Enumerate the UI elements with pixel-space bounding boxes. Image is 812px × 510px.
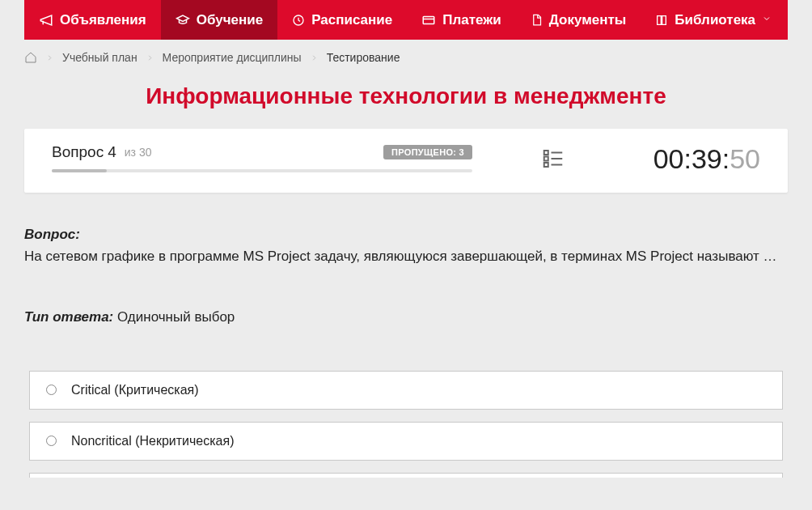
answer-text: Critical (Критическая) — [71, 383, 199, 397]
svg-rect-4 — [544, 163, 548, 167]
crumb-study-plan[interactable]: Учебный план — [62, 51, 137, 64]
question-label: Вопрос: — [24, 227, 80, 242]
document-icon — [531, 14, 543, 26]
answer-text: Noncritical (Некритическая) — [71, 434, 235, 448]
nav-item-announcements[interactable]: Объявления — [24, 0, 161, 40]
chevron-right-icon — [310, 53, 319, 62]
question-list-icon[interactable] — [541, 147, 565, 171]
home-icon[interactable] — [24, 51, 37, 64]
chevron-right-icon — [146, 53, 154, 62]
svg-rect-1 — [423, 16, 434, 23]
graduation-cap-icon — [176, 13, 190, 28]
page-title: Информационные технологии в менеджменте — [0, 75, 812, 129]
nav-item-payments[interactable]: Платежи — [407, 0, 516, 40]
question-body: Вопрос: На сетевом графике в программе M… — [0, 193, 812, 325]
book-icon — [655, 14, 668, 27]
nav-item-label: Платежи — [442, 12, 501, 28]
skipped-badge: ПРОПУЩЕНО: 3 — [383, 145, 472, 159]
breadcrumb: Учебный план Мероприятие дисциплины Тест… — [0, 40, 812, 75]
nav-item-label: Объявления — [60, 12, 146, 28]
nav-item-learning[interactable]: Обучение — [161, 0, 277, 40]
crumb-discipline-event[interactable]: Мероприятие дисциплины — [163, 51, 302, 64]
answer-type-label: Тип ответа: — [24, 309, 113, 325]
answer-option[interactable]: Noncritical (Некритическая) — [29, 422, 783, 461]
nav-item-documents[interactable]: Документы — [516, 0, 641, 40]
progress-fill — [52, 169, 107, 172]
progress-bar — [52, 169, 472, 172]
answers-list: Critical (Критическая) Noncritical (Некр… — [0, 325, 812, 478]
chevron-right-icon — [45, 53, 54, 62]
answer-radio[interactable] — [46, 436, 57, 446]
nav-item-label: Документы — [549, 12, 627, 28]
question-total: 30 — [139, 146, 152, 159]
nav-item-label: Библиотека — [675, 12, 755, 28]
nav-item-label: Обучение — [197, 12, 263, 28]
svg-rect-2 — [544, 151, 548, 155]
megaphone-icon — [39, 13, 53, 28]
svg-rect-3 — [544, 157, 548, 161]
nav-item-label: Расписание — [311, 12, 392, 28]
chevron-down-icon — [762, 14, 772, 26]
answer-option[interactable]: Critical (Критическая) — [29, 371, 783, 410]
question-of-word: из — [125, 146, 136, 159]
nav-item-library[interactable]: Библиотека — [641, 0, 786, 40]
card-icon — [421, 13, 436, 28]
clock-icon — [292, 14, 305, 27]
crumb-testing: Тестирование — [327, 51, 400, 64]
nav-item-schedule[interactable]: Расписание — [277, 0, 407, 40]
answer-radio[interactable] — [46, 385, 57, 395]
timer: 00:39:50 — [653, 143, 760, 175]
top-nav: Объявления Обучение Расписание Платежи Д… — [24, 0, 788, 40]
question-word: Вопрос — [52, 143, 104, 161]
timer-main: 00:39: — [653, 143, 730, 175]
answer-type-value: Одиночный выбор — [113, 309, 235, 325]
quiz-status-bar: Вопрос 4 из 30 ПРОПУЩЕНО: 3 00:39:50 — [24, 129, 788, 193]
answer-option-partial[interactable] — [29, 473, 783, 478]
question-text: На сетевом графике в программе MS Projec… — [24, 246, 788, 267]
timer-seconds: 50 — [730, 143, 760, 175]
question-number: 4 — [108, 143, 116, 161]
